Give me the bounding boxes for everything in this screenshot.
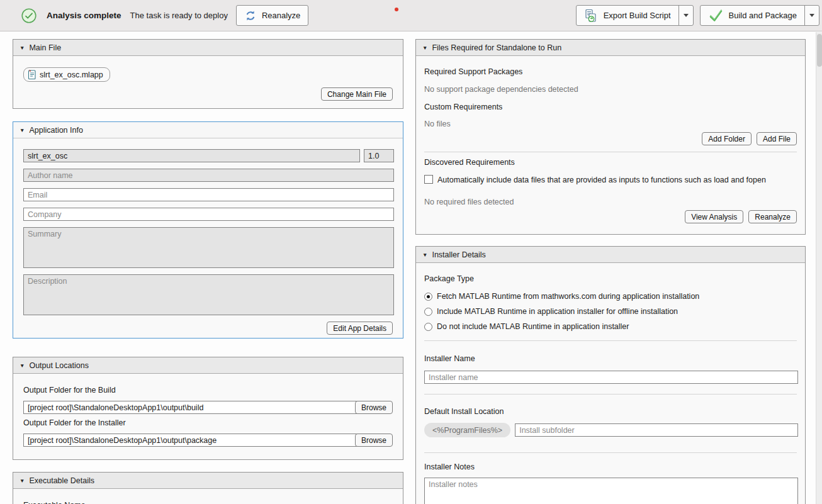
change-main-file-button[interactable]: Change Main File — [321, 87, 393, 101]
discovered-requirements-label: Discovered Requirements — [424, 158, 515, 167]
main-file-title: Main File — [29, 43, 61, 52]
chevron-down-icon — [809, 14, 814, 17]
custom-requirements-buttons: Add Folder Add File — [702, 132, 797, 145]
build-folder-browse-button[interactable]: Browse — [355, 401, 393, 414]
collapse-triangle-icon: ▼ — [20, 478, 25, 484]
output-locations-panel: ▼ Output Locations Output Folder for the… — [13, 357, 403, 460]
package-option-label: Fetch MATLAB Runtime from mathworks.com … — [437, 292, 699, 301]
program-files-token[interactable]: <%ProgramFiles%> — [424, 423, 510, 437]
app-version-field[interactable] — [364, 149, 394, 162]
reanalyze-files-button[interactable]: Reanalyze — [748, 210, 797, 223]
installer-details-panel: ▼ Installer Details Package Type Fetch M… — [415, 246, 806, 504]
build-check-icon — [708, 9, 723, 23]
installer-notes-field[interactable] — [424, 478, 798, 504]
summary-field[interactable] — [23, 227, 394, 268]
reanalyze-label: Reanalyze — [262, 11, 300, 20]
add-folder-button[interactable]: Add Folder — [702, 132, 752, 145]
company-field[interactable] — [23, 208, 394, 221]
main-file-header[interactable]: ▼ Main File — [13, 40, 403, 56]
chevron-down-icon — [684, 14, 689, 17]
package-option-label: Do not include MATLAB Runtime in applica… — [437, 322, 629, 331]
output-locations-header[interactable]: ▼ Output Locations — [13, 357, 403, 374]
package-type-label: Package Type — [424, 274, 474, 283]
email-field[interactable] — [23, 188, 394, 201]
refresh-icon — [244, 9, 257, 22]
build-and-package-split-button: Build and Package — [700, 5, 819, 26]
installer-folder-browse-button[interactable]: Browse — [355, 434, 393, 447]
reanalyze-button[interactable]: Reanalyze — [236, 5, 308, 26]
divider — [424, 340, 797, 341]
files-required-panel: ▼ Files Required for Standalone to Run R… — [415, 39, 806, 235]
installer-folder-field[interactable] — [23, 434, 360, 447]
toolbar-actions: Export Build Script Build and Package — [570, 5, 819, 26]
application-info-header[interactable]: ▼ Application Info — [13, 122, 403, 138]
vertical-scrollbar[interactable] — [816, 32, 822, 504]
main-file-chip-label: slrt_ex_osc.mlapp — [40, 70, 103, 79]
installer-name-field[interactable] — [424, 371, 798, 384]
radio-icon[interactable] — [424, 323, 432, 331]
main-file-chip[interactable]: slrt_ex_osc.mlapp — [23, 67, 110, 82]
application-info-title: Application Info — [29, 126, 82, 135]
install-subfolder-field[interactable] — [515, 423, 798, 437]
build-folder-label: Output Folder for the Build — [23, 386, 116, 395]
collapse-triangle-icon: ▼ — [20, 127, 25, 133]
custom-requirements-status: No files — [424, 120, 451, 128]
files-required-title: Files Required for Standalone to Run — [432, 43, 561, 52]
analysis-complete-icon — [21, 8, 37, 23]
collapse-triangle-icon: ▼ — [422, 252, 427, 258]
mlapp-file-icon — [27, 69, 37, 80]
package-option-no-runtime[interactable]: Do not include MATLAB Runtime in applica… — [424, 322, 629, 332]
export-script-icon — [584, 9, 598, 23]
build-and-package-button[interactable]: Build and Package — [701, 6, 804, 25]
install-location-row: <%ProgramFiles%> — [424, 423, 798, 437]
status-subtitle: The task is ready to deploy — [130, 11, 228, 20]
add-file-button[interactable]: Add File — [757, 132, 797, 145]
support-packages-status: No support package dependencies detected — [424, 85, 578, 94]
installer-folder-label: Output Folder for the Installer — [23, 418, 126, 427]
installer-details-title: Installer Details — [432, 250, 485, 259]
app-name-field[interactable] — [23, 149, 360, 162]
discovered-status: No required files detected — [424, 198, 514, 206]
collapse-triangle-icon: ▼ — [422, 45, 427, 51]
files-required-header[interactable]: ▼ Files Required for Standalone to Run — [416, 40, 805, 56]
author-name-field[interactable] — [23, 169, 394, 182]
install-location-label: Default Install Location — [424, 407, 504, 416]
divider — [424, 394, 797, 395]
discovered-buttons: View Analysis Reanalyze — [685, 210, 797, 223]
export-build-script-label: Export Build Script — [604, 11, 671, 20]
support-packages-label: Required Support Packages — [424, 67, 522, 76]
application-info-panel: ▼ Application Info Edit App Details — [13, 121, 403, 339]
export-build-script-button[interactable]: Export Build Script — [577, 6, 678, 25]
export-build-script-dropdown[interactable] — [678, 6, 693, 25]
export-build-script-split-button: Export Build Script — [576, 5, 694, 26]
package-option-include-runtime[interactable]: Include MATLAB Runtime in application in… — [424, 306, 678, 316]
collapse-triangle-icon: ▼ — [20, 362, 25, 369]
build-folder-field[interactable] — [23, 401, 360, 414]
custom-requirements-label: Custom Requirements — [424, 103, 502, 111]
main-file-panel: ▼ Main File slrt_ex_osc.mlapp Change Mai… — [13, 39, 403, 109]
build-and-package-dropdown[interactable] — [804, 6, 819, 25]
package-option-label: Include MATLAB Runtime in application in… — [437, 307, 678, 316]
executable-details-header[interactable]: ▼ Executable Details — [13, 473, 403, 489]
toolbar: Analysis complete The task is ready to d… — [0, 0, 822, 31]
view-analysis-button[interactable]: View Analysis — [685, 210, 743, 223]
recording-dot — [395, 8, 398, 11]
executable-name-label: Executable Name — [23, 501, 86, 504]
build-and-package-label: Build and Package — [729, 11, 797, 20]
divider — [424, 452, 797, 453]
divider — [424, 152, 797, 152]
installer-name-label: Installer Name — [424, 354, 475, 363]
installer-notes-label: Installer Notes — [424, 462, 475, 471]
installer-details-header[interactable]: ▼ Installer Details — [416, 247, 805, 263]
auto-include-checkbox[interactable] — [424, 175, 433, 184]
radio-icon[interactable] — [424, 293, 432, 301]
collapse-triangle-icon: ▼ — [20, 45, 25, 51]
output-locations-title: Output Locations — [29, 361, 89, 370]
edit-app-details-button[interactable]: Edit App Details — [327, 322, 393, 335]
auto-include-label[interactable]: Automatically include data files that ar… — [437, 176, 766, 184]
executable-details-panel: ▼ Executable Details Executable Name — [13, 472, 403, 504]
radio-icon[interactable] — [424, 308, 432, 316]
description-field[interactable] — [23, 274, 394, 315]
scrollbar-thumb[interactable] — [817, 34, 822, 67]
package-option-fetch-runtime[interactable]: Fetch MATLAB Runtime from mathworks.com … — [424, 291, 699, 301]
